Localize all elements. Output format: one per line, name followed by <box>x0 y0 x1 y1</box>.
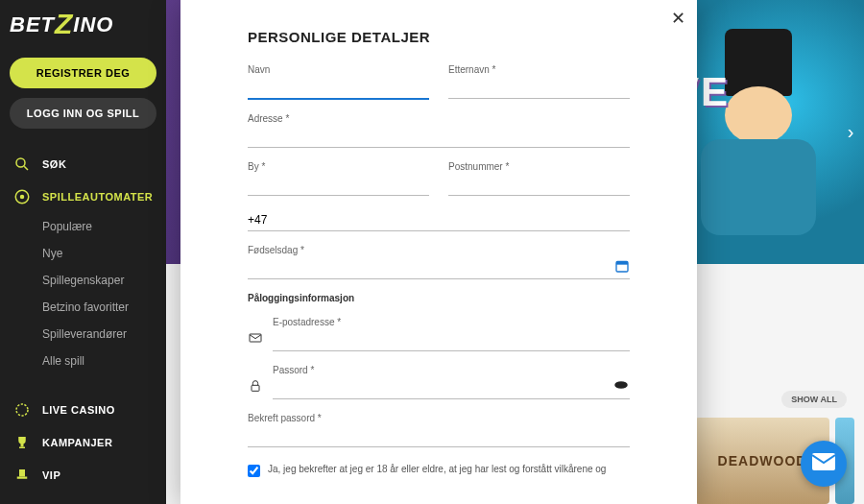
birthday-input[interactable] <box>248 257 630 279</box>
address-input[interactable] <box>248 126 630 148</box>
login-section-label: Påloggingsinformasjon <box>248 293 630 303</box>
firstname-input[interactable] <box>248 77 429 100</box>
register-button[interactable]: REGISTRER DEG <box>10 58 156 88</box>
phone-input[interactable] <box>248 209 630 231</box>
nav-sub-favorites[interactable]: Betzino favoritter <box>10 294 156 321</box>
lastname-label: Etternavn * <box>448 64 630 75</box>
logo[interactable]: BETZINO <box>10 8 156 40</box>
calendar-icon[interactable] <box>614 258 630 274</box>
city-input[interactable] <box>248 174 429 196</box>
svg-rect-11 <box>250 334 261 342</box>
svg-rect-8 <box>17 477 28 479</box>
svg-line-1 <box>24 166 28 170</box>
svg-rect-7 <box>19 469 25 477</box>
lock-icon <box>248 378 263 394</box>
mail-icon <box>812 453 835 474</box>
mail-icon <box>248 330 263 346</box>
carousel-next[interactable]: › <box>839 113 862 152</box>
chip-icon <box>13 401 31 419</box>
login-button[interactable]: LOGG INN OG SPILL <box>10 98 156 129</box>
email-input[interactable] <box>273 329 630 351</box>
lastname-input[interactable] <box>448 77 630 99</box>
svg-point-0 <box>16 158 25 167</box>
tophat-icon <box>13 467 31 484</box>
city-label: By * <box>248 161 429 172</box>
firstname-label: Navn <box>248 64 429 75</box>
slots-icon <box>13 188 31 205</box>
nav-sub-new[interactable]: Nye <box>10 240 156 267</box>
consent-checkbox[interactable] <box>248 465 260 477</box>
svg-point-4 <box>16 404 28 416</box>
nav-live-casino[interactable]: LIVE CASINO <box>10 394 156 426</box>
nav-sub-providers[interactable]: Spilleverandører <box>10 321 156 348</box>
sidebar: BETZINO REGISTRER DEG LOGG INN OG SPILL … <box>0 0 166 504</box>
svg-rect-6 <box>19 447 25 449</box>
confirm-password-label: Bekreft passord * <box>248 413 630 423</box>
nav-sub-features[interactable]: Spillegenskaper <box>10 267 156 294</box>
svg-point-3 <box>20 195 25 200</box>
confirm-password-input[interactable] <box>248 425 630 447</box>
chevron-right-icon: › <box>848 121 854 143</box>
close-icon: ✕ <box>671 9 685 28</box>
svg-point-13 <box>614 381 628 389</box>
nav-slots[interactable]: SPILLEAUTOMATER <box>10 180 156 213</box>
modal-title: PERSONLIGE DETALJER <box>248 29 630 45</box>
registration-modal: ✕ PERSONLIGE DETALJER Navn Etternavn * A… <box>180 0 697 504</box>
consent-label: Ja, jeg bekrefter at jeg er 18 år eller … <box>268 463 606 476</box>
nav-promotions[interactable]: KAMPANJER <box>10 426 156 459</box>
postcode-label: Postnummer * <box>448 161 630 172</box>
lastname-field-wrap: Etternavn * <box>448 64 630 100</box>
show-all-button[interactable]: SHOW ALL <box>781 391 847 408</box>
trophy-icon <box>13 434 31 451</box>
search-icon <box>13 156 31 173</box>
email-label: E-postadresse * <box>273 317 630 327</box>
firstname-field-wrap: Navn <box>248 64 429 100</box>
nav-sub-all[interactable]: Alle spill <box>10 348 156 374</box>
chat-button[interactable] <box>801 441 847 487</box>
address-label: Adresse * <box>248 113 630 124</box>
password-input[interactable] <box>273 377 630 399</box>
close-button[interactable]: ✕ <box>671 8 685 29</box>
svg-rect-5 <box>21 444 24 447</box>
svg-rect-10 <box>616 261 628 264</box>
password-label: Passord * <box>273 365 630 375</box>
eye-icon[interactable] <box>612 376 630 394</box>
postcode-input[interactable] <box>448 174 630 196</box>
birthday-label: Fødselsdag * <box>248 245 630 255</box>
nav-vip[interactable]: VIP <box>10 459 156 492</box>
svg-rect-12 <box>252 385 259 391</box>
nav-search[interactable]: SØK <box>10 148 156 180</box>
nav-sub-popular[interactable]: Populære <box>10 213 156 240</box>
